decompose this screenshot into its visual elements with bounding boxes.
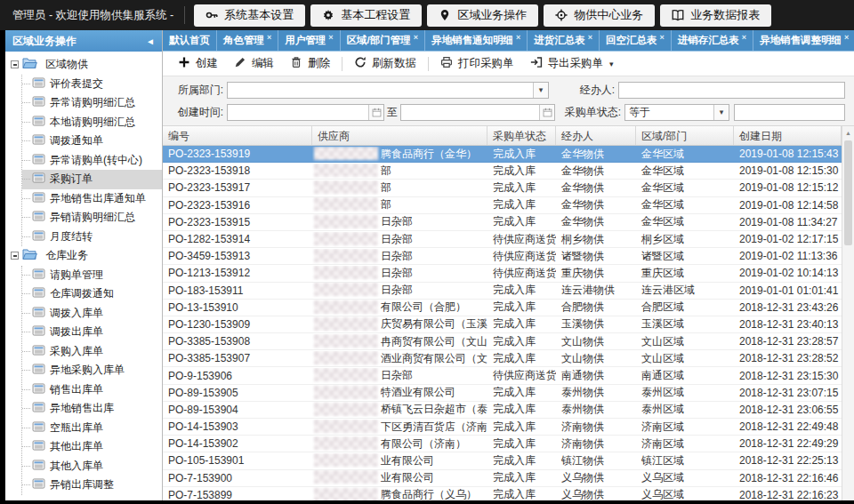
collapse-sidebar-icon[interactable]: ◄ bbox=[146, 36, 155, 46]
tree-item[interactable]: 调拨入库单 bbox=[22, 304, 162, 324]
tree-item[interactable]: 异销出库调整 bbox=[22, 476, 162, 495]
order-id-cell: PO-2323-153917 bbox=[163, 181, 312, 194]
topbar-menu-button[interactable]: 基本工程设置 bbox=[310, 4, 422, 27]
tree-item[interactable]: 月度结转 bbox=[22, 228, 162, 247]
tree-item[interactable]: 其他入库单 bbox=[22, 457, 162, 476]
table-row[interactable]: PO-3385-153907酒业商贸有限公司（文山）完成入库文山物供文山区域20… bbox=[163, 350, 842, 367]
table-row[interactable]: PO-3459-153913日杂部待供应商送货诸暨物供诸暨区域2019-01-0… bbox=[163, 248, 842, 265]
tree-item[interactable]: 空瓶出库单 bbox=[22, 419, 162, 438]
toolbar-button[interactable]: 打印采购单 bbox=[432, 53, 522, 75]
close-icon[interactable]: × bbox=[414, 33, 418, 42]
created-cell: 2019-01-02 11:13:36 bbox=[734, 250, 842, 262]
table-row[interactable]: PO-2323-153916部完成入库金华物供金华区域2019-01-08 12… bbox=[163, 197, 842, 214]
topbar-menu-button[interactable]: 系统基本设置 bbox=[194, 4, 305, 27]
collapse-node-icon[interactable] bbox=[11, 60, 19, 68]
department-select[interactable]: ▾ bbox=[227, 82, 549, 99]
tree-item[interactable]: 异地采购入库单 bbox=[22, 361, 162, 380]
column-header[interactable]: 供应商 bbox=[312, 126, 487, 145]
tab-8[interactable]: 异地销售调整明细× bbox=[753, 30, 854, 51]
calendar-icon[interactable] bbox=[368, 105, 383, 120]
close-icon[interactable]: × bbox=[844, 33, 849, 42]
table-row[interactable]: PO-13-153910有限公司（合肥）完成入库合肥物供合肥区域2018-12-… bbox=[163, 300, 842, 316]
tree-item[interactable]: 异地销售出库通知单 bbox=[22, 189, 162, 209]
table-scrollbar[interactable]: ▲ bbox=[842, 126, 854, 500]
table-row[interactable]: PO-7-153899腾食品商行（义乌）完成入库义乌物供义乌区域2018-12-… bbox=[163, 487, 842, 500]
table-row[interactable]: PO-89-153905特酒业有限公司完成入库泰州物供泰州区域2018-12-3… bbox=[163, 385, 842, 402]
column-header[interactable]: 编号 bbox=[163, 126, 312, 145]
created-from-input[interactable] bbox=[228, 105, 368, 120]
toolbar-button[interactable]: 编辑 bbox=[226, 53, 282, 75]
table-row[interactable]: PO-1213-153912日杂部待供应商送货重庆物供重庆区域2019-01-0… bbox=[163, 265, 842, 282]
close-icon[interactable]: × bbox=[516, 33, 520, 42]
created-to-input[interactable] bbox=[401, 105, 539, 120]
close-icon[interactable]: × bbox=[267, 33, 271, 42]
collapse-node-icon[interactable] bbox=[11, 252, 19, 260]
tree-folder[interactable]: 区域物供 bbox=[11, 55, 162, 75]
tab-7[interactable]: 进销存汇总表× bbox=[672, 30, 753, 51]
tree-folder[interactable]: 仓库业务 bbox=[11, 246, 162, 266]
scrollbar-thumb[interactable] bbox=[844, 140, 852, 245]
close-icon[interactable]: × bbox=[588, 33, 592, 42]
tree-item[interactable]: 异销请购明细汇总 bbox=[22, 208, 162, 228]
column-header[interactable]: 经办人 bbox=[556, 126, 636, 145]
tree-item[interactable]: 异常请购明细汇总 bbox=[22, 93, 162, 113]
tab-6[interactable]: 回空汇总表× bbox=[600, 30, 672, 51]
table-row[interactable]: PO-183-153911日杂部完成入库连云港物供连云港区域2019-01-01… bbox=[163, 283, 842, 300]
column-header[interactable]: 区域/部门 bbox=[636, 126, 734, 145]
tree-item[interactable]: 采购入库单 bbox=[22, 342, 162, 362]
table-row[interactable]: PO-2323-153919腾食品商行（金华）完成入库金华物供金华区域2019-… bbox=[163, 146, 842, 163]
chevron-down-icon[interactable]: ▾ bbox=[533, 83, 548, 98]
tree-item[interactable]: 销售出库单 bbox=[22, 380, 162, 400]
topbar-menu-button[interactable]: 物供中心业务 bbox=[544, 4, 655, 27]
status-value-input[interactable] bbox=[734, 104, 845, 121]
toolbar-button[interactable]: 创建 bbox=[170, 53, 226, 75]
table-row[interactable]: PO-2323-153917部完成入库金华物供金华区域2019-01-08 12… bbox=[163, 180, 842, 196]
tab-0[interactable]: 默认首页 bbox=[163, 30, 217, 51]
table-row[interactable]: PO-2323-153915日杂部完成入库金华物供金华区域2019-01-08 … bbox=[163, 214, 842, 231]
tab-1[interactable]: 角色管理× bbox=[217, 30, 278, 51]
table-row[interactable]: PO-89-153904桥镇飞云日杂超市（泰州）完成入库泰州物供泰州区域2018… bbox=[163, 402, 842, 419]
close-icon[interactable]: × bbox=[328, 33, 333, 42]
table-row[interactable]: PO-3385-153908冉商贸有限公司（文山）完成入库文山物供文山区域201… bbox=[163, 333, 842, 350]
close-icon[interactable]: × bbox=[742, 33, 746, 42]
table-row[interactable]: PO-1230-153909庆贸易有限公司（玉溪）完成入库玉溪物供玉溪区域201… bbox=[163, 316, 842, 333]
table-row[interactable]: PO-105-153901业有限公司完成入库镇江物供镇江区域2018-12-31… bbox=[163, 452, 842, 469]
document-icon bbox=[32, 478, 50, 492]
table-row[interactable]: PO-14-153902有限公司（济南）完成入库济南物供济南区域2018-12-… bbox=[163, 436, 842, 452]
calendar-icon[interactable] bbox=[539, 105, 554, 120]
order-id-cell: PO-2323-153918 bbox=[163, 164, 312, 177]
table-row[interactable]: PO-1282-153914日杂部待供应商送货桐乡物供桐乡区域2019-01-0… bbox=[163, 231, 842, 248]
tab-4[interactable]: 异地销售通知明细× bbox=[425, 30, 528, 51]
tree-item[interactable]: 仓库调拨通知 bbox=[22, 284, 162, 304]
table-row[interactable]: PO-7-153900业有限公司完成入库义乌物供义乌区域2018-12-31 2… bbox=[163, 470, 842, 487]
tree-item[interactable]: 本地请购明细汇总 bbox=[22, 113, 162, 132]
table-row[interactable]: PO-14-153903下区勇清百货店（济南）完成入库济南物供济南区域2018-… bbox=[163, 419, 842, 436]
status-operator-select[interactable]: 等于 ▾ bbox=[624, 104, 729, 121]
tree-item[interactable]: 调拨出库单 bbox=[22, 323, 162, 342]
topbar-menu-button[interactable]: 区域业务操作 bbox=[427, 4, 538, 27]
tree-item[interactable]: 评价表提交 bbox=[22, 75, 162, 94]
column-header[interactable]: 创建日期 bbox=[734, 126, 842, 145]
toolbar-button[interactable]: 刷新数据 bbox=[346, 53, 424, 75]
tab-5[interactable]: 进货汇总表× bbox=[528, 30, 600, 51]
region-cell: 南通区域 bbox=[636, 368, 734, 383]
tab-3[interactable]: 区域/部门管理× bbox=[341, 30, 425, 51]
tree-item[interactable]: 调拨通知单 bbox=[22, 132, 162, 151]
table-row[interactable]: PO-2323-153918部完成入库金华物供金华区域2019-01-08 12… bbox=[163, 163, 842, 180]
column-header[interactable]: 采购单状态 bbox=[487, 126, 556, 145]
topbar-menu-button[interactable]: 业务数据报表 bbox=[660, 4, 771, 27]
handler-input[interactable] bbox=[618, 82, 845, 99]
tree-item[interactable]: 异地销售出库 bbox=[22, 399, 162, 419]
toolbar-button[interactable]: 导出采购单▾ bbox=[522, 53, 622, 75]
table-row[interactable]: PO-9-153906日杂部待供应商送货南通物供南通区域2018-12-31 2… bbox=[163, 367, 842, 384]
tree-item[interactable]: 异常请购单(转中心) bbox=[22, 151, 162, 171]
chevron-down-icon[interactable]: ▾ bbox=[713, 105, 729, 120]
tab-2[interactable]: 用户管理× bbox=[278, 30, 340, 51]
tree-item[interactable]: 其他出库单 bbox=[22, 437, 162, 457]
redacted-blur bbox=[314, 215, 378, 228]
close-icon[interactable]: × bbox=[660, 33, 665, 42]
scroll-up-icon[interactable]: ▲ bbox=[842, 126, 854, 140]
tree-item[interactable]: 请购单管理 bbox=[22, 266, 162, 285]
tree-item[interactable]: 采购订单 bbox=[22, 170, 162, 189]
toolbar-button[interactable]: 删除 bbox=[282, 53, 338, 75]
